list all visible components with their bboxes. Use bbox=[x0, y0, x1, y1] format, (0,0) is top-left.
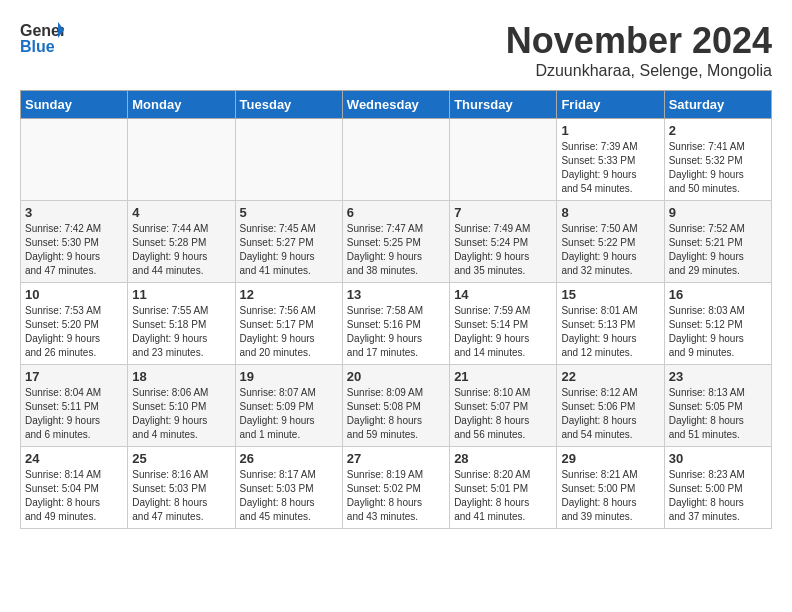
day-info: Sunrise: 7:52 AM Sunset: 5:21 PM Dayligh… bbox=[669, 222, 767, 278]
calendar-cell bbox=[21, 119, 128, 201]
calendar-cell: 26Sunrise: 8:17 AM Sunset: 5:03 PM Dayli… bbox=[235, 447, 342, 529]
calendar-cell bbox=[342, 119, 449, 201]
day-number: 7 bbox=[454, 205, 552, 220]
calendar-cell: 21Sunrise: 8:10 AM Sunset: 5:07 PM Dayli… bbox=[450, 365, 557, 447]
calendar-cell: 5Sunrise: 7:45 AM Sunset: 5:27 PM Daylig… bbox=[235, 201, 342, 283]
calendar-cell: 22Sunrise: 8:12 AM Sunset: 5:06 PM Dayli… bbox=[557, 365, 664, 447]
day-info: Sunrise: 7:49 AM Sunset: 5:24 PM Dayligh… bbox=[454, 222, 552, 278]
day-info: Sunrise: 8:03 AM Sunset: 5:12 PM Dayligh… bbox=[669, 304, 767, 360]
day-info: Sunrise: 7:41 AM Sunset: 5:32 PM Dayligh… bbox=[669, 140, 767, 196]
day-number: 6 bbox=[347, 205, 445, 220]
day-info: Sunrise: 7:39 AM Sunset: 5:33 PM Dayligh… bbox=[561, 140, 659, 196]
calendar-header-thursday: Thursday bbox=[450, 91, 557, 119]
calendar-cell: 16Sunrise: 8:03 AM Sunset: 5:12 PM Dayli… bbox=[664, 283, 771, 365]
calendar-cell: 18Sunrise: 8:06 AM Sunset: 5:10 PM Dayli… bbox=[128, 365, 235, 447]
day-number: 12 bbox=[240, 287, 338, 302]
calendar-cell: 17Sunrise: 8:04 AM Sunset: 5:11 PM Dayli… bbox=[21, 365, 128, 447]
calendar-cell: 25Sunrise: 8:16 AM Sunset: 5:03 PM Dayli… bbox=[128, 447, 235, 529]
day-number: 21 bbox=[454, 369, 552, 384]
calendar-cell: 11Sunrise: 7:55 AM Sunset: 5:18 PM Dayli… bbox=[128, 283, 235, 365]
calendar-header-monday: Monday bbox=[128, 91, 235, 119]
day-number: 4 bbox=[132, 205, 230, 220]
month-title: November 2024 bbox=[506, 20, 772, 62]
day-info: Sunrise: 8:09 AM Sunset: 5:08 PM Dayligh… bbox=[347, 386, 445, 442]
day-number: 27 bbox=[347, 451, 445, 466]
day-number: 20 bbox=[347, 369, 445, 384]
day-info: Sunrise: 8:19 AM Sunset: 5:02 PM Dayligh… bbox=[347, 468, 445, 524]
calendar-cell: 19Sunrise: 8:07 AM Sunset: 5:09 PM Dayli… bbox=[235, 365, 342, 447]
page-header: General Blue November 2024 Dzuunkharaa, … bbox=[20, 20, 772, 80]
day-info: Sunrise: 8:17 AM Sunset: 5:03 PM Dayligh… bbox=[240, 468, 338, 524]
day-number: 25 bbox=[132, 451, 230, 466]
day-number: 1 bbox=[561, 123, 659, 138]
calendar-week-2: 3Sunrise: 7:42 AM Sunset: 5:30 PM Daylig… bbox=[21, 201, 772, 283]
calendar-cell: 1Sunrise: 7:39 AM Sunset: 5:33 PM Daylig… bbox=[557, 119, 664, 201]
calendar-header-row: SundayMondayTuesdayWednesdayThursdayFrid… bbox=[21, 91, 772, 119]
svg-text:General: General bbox=[20, 22, 64, 39]
calendar-cell: 8Sunrise: 7:50 AM Sunset: 5:22 PM Daylig… bbox=[557, 201, 664, 283]
calendar-cell: 30Sunrise: 8:23 AM Sunset: 5:00 PM Dayli… bbox=[664, 447, 771, 529]
logo: General Blue bbox=[20, 20, 64, 56]
day-number: 26 bbox=[240, 451, 338, 466]
day-number: 30 bbox=[669, 451, 767, 466]
calendar-cell: 23Sunrise: 8:13 AM Sunset: 5:05 PM Dayli… bbox=[664, 365, 771, 447]
day-info: Sunrise: 7:53 AM Sunset: 5:20 PM Dayligh… bbox=[25, 304, 123, 360]
day-info: Sunrise: 8:13 AM Sunset: 5:05 PM Dayligh… bbox=[669, 386, 767, 442]
title-section: November 2024 Dzuunkharaa, Selenge, Mong… bbox=[506, 20, 772, 80]
day-info: Sunrise: 8:14 AM Sunset: 5:04 PM Dayligh… bbox=[25, 468, 123, 524]
calendar-cell: 3Sunrise: 7:42 AM Sunset: 5:30 PM Daylig… bbox=[21, 201, 128, 283]
day-info: Sunrise: 7:59 AM Sunset: 5:14 PM Dayligh… bbox=[454, 304, 552, 360]
day-info: Sunrise: 8:16 AM Sunset: 5:03 PM Dayligh… bbox=[132, 468, 230, 524]
day-info: Sunrise: 8:10 AM Sunset: 5:07 PM Dayligh… bbox=[454, 386, 552, 442]
day-number: 14 bbox=[454, 287, 552, 302]
day-info: Sunrise: 7:50 AM Sunset: 5:22 PM Dayligh… bbox=[561, 222, 659, 278]
calendar-cell: 12Sunrise: 7:56 AM Sunset: 5:17 PM Dayli… bbox=[235, 283, 342, 365]
calendar-cell: 15Sunrise: 8:01 AM Sunset: 5:13 PM Dayli… bbox=[557, 283, 664, 365]
calendar-header-tuesday: Tuesday bbox=[235, 91, 342, 119]
day-info: Sunrise: 8:12 AM Sunset: 5:06 PM Dayligh… bbox=[561, 386, 659, 442]
calendar-cell: 10Sunrise: 7:53 AM Sunset: 5:20 PM Dayli… bbox=[21, 283, 128, 365]
calendar-cell: 4Sunrise: 7:44 AM Sunset: 5:28 PM Daylig… bbox=[128, 201, 235, 283]
day-number: 3 bbox=[25, 205, 123, 220]
day-number: 13 bbox=[347, 287, 445, 302]
day-number: 10 bbox=[25, 287, 123, 302]
calendar-cell: 14Sunrise: 7:59 AM Sunset: 5:14 PM Dayli… bbox=[450, 283, 557, 365]
calendar-cell: 13Sunrise: 7:58 AM Sunset: 5:16 PM Dayli… bbox=[342, 283, 449, 365]
day-info: Sunrise: 8:23 AM Sunset: 5:00 PM Dayligh… bbox=[669, 468, 767, 524]
calendar-cell: 29Sunrise: 8:21 AM Sunset: 5:00 PM Dayli… bbox=[557, 447, 664, 529]
calendar-header-wednesday: Wednesday bbox=[342, 91, 449, 119]
day-number: 17 bbox=[25, 369, 123, 384]
day-number: 5 bbox=[240, 205, 338, 220]
calendar-week-1: 1Sunrise: 7:39 AM Sunset: 5:33 PM Daylig… bbox=[21, 119, 772, 201]
calendar-cell bbox=[450, 119, 557, 201]
day-info: Sunrise: 8:20 AM Sunset: 5:01 PM Dayligh… bbox=[454, 468, 552, 524]
calendar-table: SundayMondayTuesdayWednesdayThursdayFrid… bbox=[20, 90, 772, 529]
calendar-cell: 20Sunrise: 8:09 AM Sunset: 5:08 PM Dayli… bbox=[342, 365, 449, 447]
calendar-header-friday: Friday bbox=[557, 91, 664, 119]
day-info: Sunrise: 8:21 AM Sunset: 5:00 PM Dayligh… bbox=[561, 468, 659, 524]
day-info: Sunrise: 7:47 AM Sunset: 5:25 PM Dayligh… bbox=[347, 222, 445, 278]
calendar-week-4: 17Sunrise: 8:04 AM Sunset: 5:11 PM Dayli… bbox=[21, 365, 772, 447]
day-info: Sunrise: 7:45 AM Sunset: 5:27 PM Dayligh… bbox=[240, 222, 338, 278]
day-number: 19 bbox=[240, 369, 338, 384]
calendar-header-saturday: Saturday bbox=[664, 91, 771, 119]
day-number: 9 bbox=[669, 205, 767, 220]
day-number: 16 bbox=[669, 287, 767, 302]
calendar-week-5: 24Sunrise: 8:14 AM Sunset: 5:04 PM Dayli… bbox=[21, 447, 772, 529]
calendar-cell bbox=[128, 119, 235, 201]
calendar-header-sunday: Sunday bbox=[21, 91, 128, 119]
day-number: 24 bbox=[25, 451, 123, 466]
calendar-cell: 2Sunrise: 7:41 AM Sunset: 5:32 PM Daylig… bbox=[664, 119, 771, 201]
day-number: 23 bbox=[669, 369, 767, 384]
day-number: 22 bbox=[561, 369, 659, 384]
calendar-cell: 6Sunrise: 7:47 AM Sunset: 5:25 PM Daylig… bbox=[342, 201, 449, 283]
day-info: Sunrise: 8:07 AM Sunset: 5:09 PM Dayligh… bbox=[240, 386, 338, 442]
day-info: Sunrise: 7:58 AM Sunset: 5:16 PM Dayligh… bbox=[347, 304, 445, 360]
day-number: 18 bbox=[132, 369, 230, 384]
day-info: Sunrise: 7:42 AM Sunset: 5:30 PM Dayligh… bbox=[25, 222, 123, 278]
day-info: Sunrise: 7:55 AM Sunset: 5:18 PM Dayligh… bbox=[132, 304, 230, 360]
day-info: Sunrise: 7:56 AM Sunset: 5:17 PM Dayligh… bbox=[240, 304, 338, 360]
day-info: Sunrise: 7:44 AM Sunset: 5:28 PM Dayligh… bbox=[132, 222, 230, 278]
day-info: Sunrise: 8:06 AM Sunset: 5:10 PM Dayligh… bbox=[132, 386, 230, 442]
calendar-cell bbox=[235, 119, 342, 201]
